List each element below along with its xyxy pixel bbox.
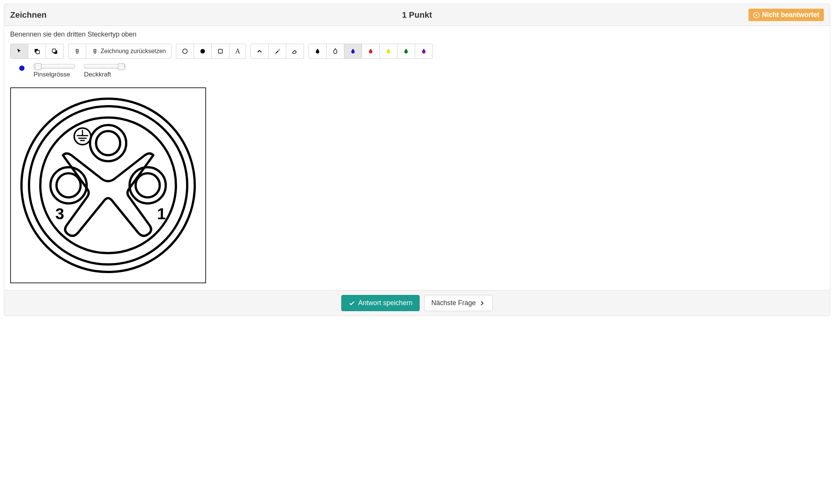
tint-icon (420, 48, 427, 55)
svg-point-14 (57, 173, 81, 197)
tint-icon (314, 48, 321, 55)
play-circle-icon (753, 12, 760, 18)
brush-icon (274, 48, 281, 55)
save-answer-label: Antwort speichern (358, 299, 412, 307)
eraser-icon (292, 48, 298, 55)
opacity-label: Deckkraft (84, 71, 125, 78)
shape-group: A (176, 44, 246, 59)
drawing-toolbar: Zeichnung zurücksetzen A (10, 44, 824, 59)
slider-row: Pinselgrösse Deckkraft (19, 64, 824, 78)
text-icon: A (235, 47, 240, 55)
opacity-block: Deckkraft (84, 64, 125, 78)
tint-icon (367, 48, 374, 55)
next-question-button[interactable]: Nächste Frage (424, 295, 493, 311)
color-black-button[interactable] (309, 44, 327, 59)
color-group (309, 44, 433, 59)
svg-point-6 (200, 49, 205, 53)
brush-size-label: Pinselgrösse (34, 71, 75, 78)
tint-icon (350, 48, 356, 55)
send-back-button[interactable] (46, 44, 64, 59)
svg-point-10 (40, 118, 176, 253)
plug-pin-left-label: 3 (55, 205, 64, 223)
pointer-tool-button[interactable] (10, 44, 28, 59)
color-purple-button[interactable] (415, 44, 433, 59)
delete-group: Zeichnung zurücksetzen (68, 44, 171, 59)
color-green-button[interactable] (397, 44, 415, 59)
selection-group (10, 44, 64, 59)
connector-diagram: 3 1 (14, 91, 202, 279)
question-type-title: Zeichnen (10, 10, 281, 20)
square-outline-icon (217, 48, 224, 55)
reset-drawing-button[interactable]: Zeichnung zurücksetzen (86, 44, 171, 59)
panel-body: Benennen sie den dritten Steckertyp oben (4, 26, 830, 290)
trash-icon (92, 48, 98, 55)
status-label: Nicht beantwortet (762, 11, 819, 19)
circle-filled-tool-button[interactable] (194, 44, 212, 59)
circle-filled-icon (199, 48, 206, 55)
opacity-thumb[interactable] (118, 63, 125, 70)
plug-pin-right-label: 1 (157, 205, 166, 223)
next-question-label: Nächste Frage (431, 299, 476, 307)
reset-drawing-label: Zeichnung zurücksetzen (101, 48, 166, 55)
question-panel: Zeichnen 1 Punkt Nicht beantwortet Benen… (4, 4, 830, 316)
delete-button[interactable] (68, 44, 86, 59)
pointer-icon (16, 48, 23, 55)
svg-rect-2 (36, 50, 40, 54)
circle-outline-icon (182, 48, 188, 55)
text-tool-button[interactable]: A (229, 44, 246, 59)
svg-point-5 (183, 49, 187, 53)
square-outline-tool-button[interactable] (212, 44, 229, 59)
send-back-icon (51, 48, 58, 55)
svg-rect-7 (218, 49, 223, 53)
brush-size-block: Pinselgrösse (34, 64, 75, 78)
bring-front-button[interactable] (28, 44, 46, 59)
svg-point-12 (96, 131, 120, 155)
tint-icon (403, 48, 409, 55)
brush-size-slider[interactable] (34, 64, 75, 69)
question-text: Benennen sie den dritten Steckertyp oben (10, 31, 824, 38)
panel-header: Zeichnen 1 Punkt Nicht beantwortet (4, 4, 830, 26)
tint-icon (385, 48, 392, 55)
chevron-up-icon (256, 48, 263, 55)
brush-size-thumb[interactable] (35, 63, 41, 70)
brush-tool-button[interactable] (269, 44, 286, 59)
status-badge: Nicht beantwortet (748, 9, 824, 21)
tint-icon (332, 48, 339, 55)
color-blue-button[interactable] (344, 44, 362, 59)
check-icon (348, 300, 355, 307)
panel-footer: Antwort speichern Nächste Frage (4, 290, 830, 316)
svg-point-16 (136, 173, 160, 197)
color-white-button[interactable] (327, 44, 344, 59)
color-red-button[interactable] (362, 44, 380, 59)
draw-tool-group (251, 44, 304, 59)
points-title: 1 Punkt (281, 10, 553, 20)
opacity-slider[interactable] (84, 64, 125, 69)
color-yellow-button[interactable] (380, 44, 397, 59)
save-answer-button[interactable]: Antwort speichern (341, 295, 420, 311)
line-tool-button[interactable] (251, 44, 269, 59)
chevron-right-icon (479, 300, 486, 307)
eraser-tool-button[interactable] (286, 44, 304, 59)
drawing-canvas[interactable]: 3 1 (10, 87, 206, 283)
current-color-preview (19, 66, 24, 71)
trash-icon (74, 48, 81, 55)
svg-rect-4 (52, 49, 56, 52)
circle-outline-tool-button[interactable] (176, 44, 194, 59)
bring-front-icon (34, 48, 40, 55)
